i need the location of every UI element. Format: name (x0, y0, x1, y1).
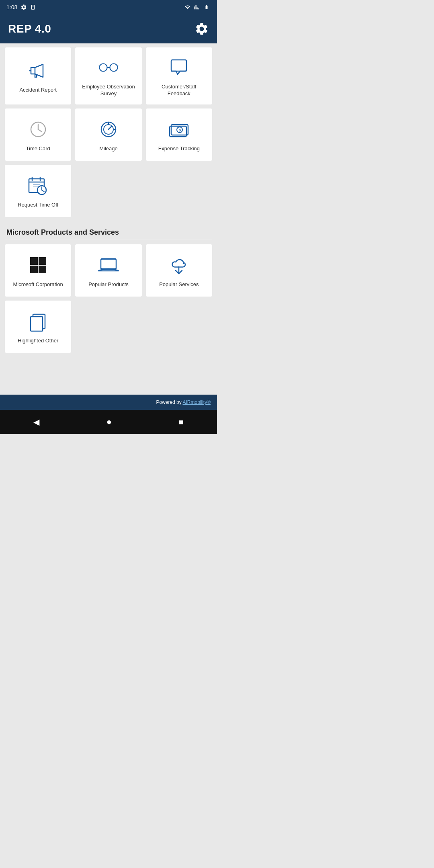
card-mileage[interactable]: Mileage (75, 108, 141, 161)
feedback-icon (168, 56, 190, 79)
expense-tracking-icon: $ (168, 118, 190, 141)
accident-report-icon (27, 59, 49, 82)
card-highlighted-other[interactable]: Highlighted Other (5, 301, 71, 353)
nav-home-button[interactable]: ● (106, 417, 112, 427)
top-grid: Accident Report Employee Observation Sur… (5, 47, 212, 104)
popular-products-label: Popular Products (88, 281, 129, 288)
svg-point-3 (110, 63, 117, 71)
svg-marker-0 (31, 68, 35, 74)
svg-point-14 (108, 129, 109, 130)
observation-survey-icon (97, 56, 120, 79)
microsoft-grid-section: Microsoft Corporation Popular Products (0, 244, 217, 357)
lower-grid: Request Time Off (5, 165, 212, 217)
microsoft-logo-icon (27, 254, 49, 276)
svg-rect-35 (101, 259, 116, 269)
signal-icon (194, 4, 200, 10)
empty-cell-2 (146, 165, 212, 217)
app-header: REP 4.0 (0, 14, 217, 43)
highlighted-other-icon (27, 310, 49, 333)
observation-survey-label: Employee Observation Survey (79, 84, 137, 97)
mileage-label: Mileage (99, 145, 118, 152)
card-request-time-off[interactable]: Request Time Off (5, 165, 71, 217)
empty-ms-2 (75, 301, 141, 353)
footer: Powered by AIRmobility® (0, 395, 217, 410)
middle-grid-section: Time Card Mil (0, 108, 217, 165)
svg-rect-7 (171, 60, 186, 71)
time-card-icon (27, 118, 49, 141)
footer-text: Powered by (156, 399, 182, 405)
svg-line-10 (38, 129, 42, 132)
mileage-icon (97, 118, 120, 141)
footer-link[interactable]: AIRmobility® (182, 399, 211, 405)
empty-ms-3 (146, 301, 212, 353)
header-settings-icon[interactable] (194, 22, 209, 36)
top-grid-section: Accident Report Employee Observation Sur… (0, 43, 217, 108)
svg-rect-36 (101, 260, 116, 268)
battery-icon (203, 5, 211, 10)
svg-rect-39 (31, 317, 43, 331)
microsoft-grid: Microsoft Corporation Popular Products (5, 244, 212, 297)
expense-tracking-label: Expense Tracking (158, 145, 200, 152)
popular-services-label: Popular Services (159, 281, 199, 288)
highlighted-other-label: Highlighted Other (18, 338, 58, 344)
microsoft-corporation-label: Microsoft Corporation (13, 281, 63, 288)
popular-services-icon (168, 254, 190, 276)
time-card-label: Time Card (26, 145, 50, 152)
lower-grid-section: Request Time Off (0, 165, 217, 221)
svg-rect-33 (30, 266, 38, 273)
status-bar: 1:08 (0, 0, 217, 14)
microsoft-grid-row2: Highlighted Other (5, 301, 212, 353)
card-time-card[interactable]: Time Card (5, 108, 71, 161)
card-employee-observation-survey[interactable]: Employee Observation Survey (75, 47, 141, 104)
svg-text:$: $ (179, 128, 181, 132)
nav-bar: ◀ ● ■ (0, 410, 217, 434)
status-left: 1:08 (6, 4, 36, 10)
microsoft-section: Microsoft Products and Services Microsof… (0, 221, 217, 357)
card-microsoft-corporation[interactable]: Microsoft Corporation (5, 244, 71, 297)
empty-cell-1 (75, 165, 141, 217)
svg-rect-32 (39, 257, 46, 265)
svg-line-5 (99, 65, 100, 66)
section-divider (5, 240, 212, 240)
card-popular-services[interactable]: Popular Services (146, 244, 212, 297)
popular-products-icon (97, 254, 120, 276)
card-customer-staff-feedback[interactable]: Customer/Staff Feedback (146, 47, 212, 104)
settings-icon (20, 4, 27, 10)
request-time-off-label: Request Time Off (18, 202, 58, 209)
card-popular-products[interactable]: Popular Products (75, 244, 141, 297)
feedback-label: Customer/Staff Feedback (150, 84, 208, 97)
status-right (184, 4, 211, 10)
sim-icon (30, 4, 36, 10)
wifi-icon (184, 4, 191, 10)
microsoft-section-title: Microsoft Products and Services (0, 221, 217, 240)
card-expense-tracking[interactable]: $ Expense Tracking (146, 108, 212, 161)
request-time-off-icon (27, 174, 49, 197)
time-display: 1:08 (6, 4, 17, 10)
middle-grid: Time Card Mil (5, 108, 212, 161)
nav-back-button[interactable]: ◀ (33, 417, 39, 427)
card-accident-report[interactable]: Accident Report (5, 47, 71, 104)
app-title: REP 4.0 (8, 23, 51, 35)
svg-line-6 (118, 65, 119, 66)
main-content: Accident Report Employee Observation Sur… (0, 43, 217, 395)
nav-recent-button[interactable]: ■ (179, 418, 184, 427)
accident-report-label: Accident Report (19, 87, 57, 94)
svg-point-2 (99, 63, 107, 71)
svg-rect-34 (39, 266, 46, 273)
svg-rect-31 (30, 257, 38, 265)
